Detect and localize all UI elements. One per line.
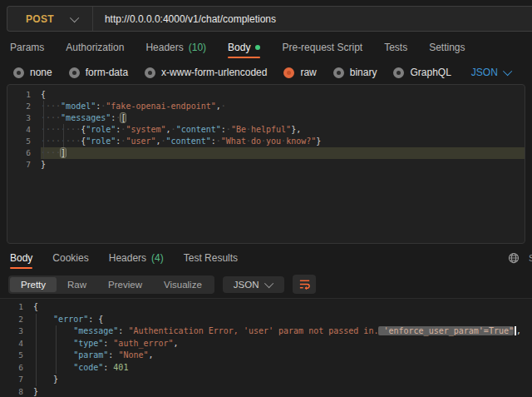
tab-label: Cookies [52,252,88,264]
code-line[interactable]: 6 "code": 401 [0,362,532,375]
line-number: 5 [0,350,33,362]
tab-label: Pre-request Script [282,42,362,53]
line-number: 6 [7,147,41,159]
view-pretty[interactable]: Pretty [10,277,57,292]
code-line[interactable]: 7 } [0,374,532,386]
response-format-label: JSON [234,280,259,290]
code-text: ········{"role":·"user",·"content":·"Wha… [41,136,525,147]
postman-app: POST http://0.0.0.0:4000/v1/chat/complet… [0,6,532,397]
code-line[interactable]: 5········{"role":·"user",·"content":·"Wh… [7,136,525,147]
code-text: } [33,386,532,397]
radio-selected-icon [283,67,294,78]
tab-params[interactable]: Params [10,37,44,58]
code-line[interactable]: 3····"messages":·[ [7,112,525,124]
code-text: "type": "auth_error", [33,338,532,350]
view-raw[interactable]: Raw [57,277,97,292]
radio-label: form-data [86,67,128,78]
code-line[interactable]: 3 "message": "Authentication Error, 'use… [0,325,532,338]
line-number: 6 [0,362,33,375]
radio-label: none [30,67,52,78]
method-label: POST [26,13,54,25]
view-preview[interactable]: Preview [97,277,153,292]
code-text: } [41,159,525,171]
body-type-none[interactable]: none [13,67,52,78]
code-line[interactable]: 2 "error": { [0,314,532,326]
line-number: 2 [7,101,41,112]
code-line[interactable]: 6····] [7,147,525,159]
radio-label: binary [350,67,377,78]
radio-label: GraphQL [410,67,451,78]
indent-guide [36,314,37,386]
radio-icon [333,67,344,78]
response-header-right: St [507,251,532,265]
radio-icon [145,67,155,78]
chevron-down-icon [70,12,79,22]
radio-icon [13,67,24,78]
body-type-binary[interactable]: binary [333,67,377,78]
response-tab-test-results[interactable]: Test Results [184,246,238,269]
chevron-down-icon [264,278,273,287]
response-tab-cookies[interactable]: Cookies [52,246,88,269]
code-text: ····"model":·"fake-openai-endpoint",· [41,101,525,112]
raw-format-select[interactable]: JSON [471,67,512,78]
line-number: 5 [7,136,41,147]
tab-pre-request-script[interactable]: Pre-request Script [282,37,362,58]
globe-icon[interactable] [507,251,520,265]
code-text: { [41,89,525,101]
response-tabs: BodyCookiesHeaders(4)Test Results [10,246,238,269]
code-line[interactable]: 4········{"role":·"system",·"content":·"… [7,124,525,136]
line-number: 1 [0,301,33,314]
code-line[interactable]: 4 "type": "auth_error", [0,338,532,350]
code-line[interactable]: 8} [0,386,532,397]
request-body-editor[interactable]: 1{2····"model":·"fake-openai-endpoint",·… [7,84,525,244]
code-text: ····"messages":·[ [41,112,525,124]
code-line[interactable]: 2····"model":·"fake-openai-endpoint",· [7,101,525,112]
method-select[interactable]: POST [7,7,92,31]
code-line[interactable]: 7} [7,159,525,171]
indent-guide [56,325,57,374]
code-line[interactable]: 1{ [7,89,525,101]
line-number: 8 [0,386,33,397]
response-body-editor[interactable]: 1{2 "error": {3 "message": "Authenticati… [0,298,532,397]
response-tab-headers[interactable]: Headers(4) [109,246,164,269]
body-type-raw[interactable]: raw [283,67,316,78]
code-line[interactable]: 5 "param": "None", [0,350,532,362]
code-line[interactable]: 1{ [0,301,532,314]
indent-guide [63,124,64,147]
line-number: 3 [0,325,33,338]
body-type-row: noneform-datax-www-form-urlencodedrawbin… [13,62,532,82]
body-type-form-data[interactable]: form-data [69,67,128,78]
tab-settings[interactable]: Settings [429,37,465,58]
tab-label: Body [228,42,250,53]
request-tabs: ParamsAuthorizationHeaders(10)BodyPre-re… [10,37,532,58]
clipped-status-text: St [529,253,532,263]
raw-format-label: JSON [471,67,498,78]
tab-label: Tests [384,42,407,53]
response-view-switcher: PrettyRawPreviewVisualize [8,275,214,294]
radio-label: raw [300,67,316,78]
wrap-text-button[interactable] [293,275,316,294]
tab-count-badge: (4) [151,252,164,264]
line-number: 7 [0,374,33,386]
chevron-down-icon [503,67,512,76]
line-number: 2 [0,314,33,326]
code-text: "error": { [33,314,532,326]
radio-icon [393,67,404,78]
radio-icon [69,67,80,78]
response-toolbar: PrettyRawPreviewVisualize JSON [8,274,532,295]
tab-count-badge: (10) [189,42,206,53]
response-tab-body[interactable]: Body [10,246,32,269]
url-input[interactable]: http://0.0.0.0:4000/v1/chat/completions [93,13,276,25]
tab-body[interactable]: Body [228,37,260,58]
tab-authorization[interactable]: Authorization [66,37,124,58]
line-number: 7 [7,159,41,171]
code-text: "code": 401 [33,362,532,375]
view-visualize[interactable]: Visualize [153,277,213,292]
body-type-graphql[interactable]: GraphQL [393,67,451,78]
response-format-select[interactable]: JSON [223,276,285,293]
tab-headers[interactable]: Headers(10) [145,37,206,58]
body-type-x-www-form-urlencoded[interactable]: x-www-form-urlencoded [145,67,267,78]
tab-tests[interactable]: Tests [384,37,407,58]
tab-label: Body [10,252,32,264]
tab-label: Headers [109,252,146,264]
